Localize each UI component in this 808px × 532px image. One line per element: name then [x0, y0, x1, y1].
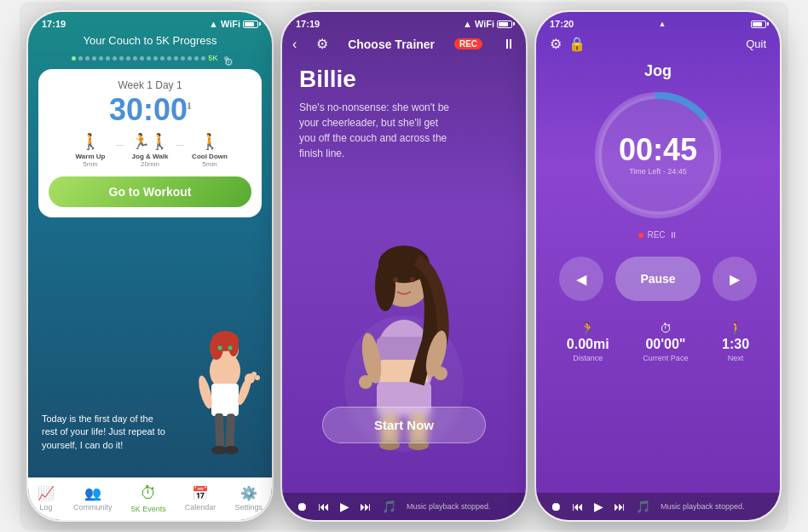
rec-label: REC [647, 230, 665, 240]
next-value: 1:30 [722, 337, 749, 352]
svg-point-24 [375, 260, 395, 311]
time-3: 17:20 [550, 19, 574, 29]
workout-activity: Jog 00:45 Time Left - 24:45 [536, 59, 780, 243]
prev-btn-2[interactable]: ⏮ [318, 500, 330, 513]
nav-settings-label: Settings [234, 503, 263, 512]
next-icon: 🚶 [729, 321, 743, 335]
lock-icon[interactable]: 🔒 [568, 36, 586, 52]
prev-workout-button[interactable]: ◀ [559, 257, 603, 301]
nav-5k-label: 5K Events [131, 505, 166, 513]
status-icons-1: ▲ WiFi [209, 19, 258, 29]
play-status: REC ⏸ [540, 230, 776, 240]
pause-button[interactable]: Pause [615, 257, 701, 301]
svg-point-25 [393, 277, 398, 282]
svg-rect-10 [215, 413, 224, 449]
status-bar-2: 17:19 ▲ WiFi [282, 12, 526, 32]
workout-controls: ◀ Pause ▶ [536, 243, 780, 315]
choose-trainer-title: Choose Trainer [348, 38, 435, 51]
timer-inner: 00:45 Time Left - 24:45 [619, 135, 697, 176]
record-badge: REC [454, 38, 482, 49]
gear-icon-2[interactable]: ⚙ [316, 36, 328, 52]
music-status-3: Music playback stopped. [661, 502, 766, 511]
next-workout-button[interactable]: ▶ [713, 257, 757, 301]
rec-dot [638, 233, 644, 238]
playlist-btn-3[interactable]: 🎵 [636, 500, 650, 513]
next-btn-2[interactable]: ⏭ [360, 500, 372, 513]
nav-log-label: Log [40, 503, 53, 512]
step-jog: 🏃🚶 Jog & Walk 20min [128, 132, 172, 168]
svg-point-26 [410, 277, 415, 282]
nav-log[interactable]: 📈 Log [38, 485, 55, 512]
pace-label: Current Pace [643, 354, 688, 362]
go-to-workout-button[interactable]: Go to Workout [49, 176, 251, 207]
stopwatch-icon: ⏱ [140, 483, 157, 503]
screen1-bg: 17:19 ▲ WiFi Your Couch to 5K Progress [28, 12, 272, 520]
workout-stats: 🏃 0.00mi Distance ⏱ 00'00" Current Pace … [536, 315, 780, 369]
nav-community-label: Community [73, 503, 113, 512]
timer-circle: 00:45 Time Left - 24:45 [590, 87, 726, 223]
play-btn-2[interactable]: ▶ [340, 500, 349, 513]
pace-value: 00'00" [645, 337, 685, 352]
status-bar-1: 17:19 ▲ WiFi [28, 12, 272, 32]
time-left-label: Time Left - 24:45 [619, 167, 697, 176]
svg-point-6 [228, 346, 233, 350]
svg-rect-7 [211, 384, 239, 416]
nav-calendar-label: Calendar [185, 503, 216, 512]
back-icon[interactable]: ‹ [292, 37, 297, 52]
bottom-nav: 📈 Log 👥 Community ⏱ 5K Events 📅 Calendar… [28, 477, 272, 520]
pace-icon: ⏱ [660, 321, 672, 335]
settings-icon: ⚙️ [240, 485, 257, 501]
step-warmup: 🚶 Warm Up 5min [68, 132, 113, 168]
svg-point-29 [359, 375, 372, 389]
step-cooldown: 🚶 Cool Down 5min [188, 132, 232, 168]
gear-icon-1[interactable]: ⚙ [224, 56, 228, 61]
next-btn-3[interactable]: ⏭ [614, 500, 626, 513]
nav-calendar[interactable]: 📅 Calendar [185, 485, 216, 512]
arrow-1: — [116, 140, 124, 149]
app-showcase: 17:19 ▲ WiFi Your Couch to 5K Progress [20, 2, 788, 530]
nav-community[interactable]: 👥 Community [73, 485, 113, 512]
prev-btn-3[interactable]: ⏮ [572, 500, 584, 513]
community-icon: 👥 [84, 485, 101, 501]
music-bar-3: ⏺ ⏮ ▶ ⏭ 🎵 Music playback stopped. [536, 493, 780, 520]
activity-name: Jog [540, 62, 776, 80]
top-bar-2: ‹ ⚙ Choose Trainer REC ⏸ [282, 32, 526, 59]
record-btn-3[interactable]: ⏺ [550, 500, 562, 513]
svg-point-13 [223, 446, 239, 454]
calendar-icon: 📅 [192, 485, 209, 501]
play-btn-3[interactable]: ▶ [594, 500, 603, 513]
playlist-btn-2[interactable]: 🎵 [382, 500, 396, 513]
nav-5k[interactable]: ⏱ 5K Events [131, 483, 166, 513]
gear-icon-3[interactable]: ⚙ [550, 36, 562, 52]
battery-icon-1 [243, 20, 258, 28]
trainer-description: She's no-nonsense: she won't be your che… [299, 100, 453, 161]
record-btn-2[interactable]: ⏺ [296, 500, 308, 513]
nav-settings[interactable]: ⚙️ Settings [234, 485, 263, 512]
distance-value: 0.00mi [567, 337, 609, 352]
battery-icon-2 [497, 20, 512, 28]
phone-screen2: 17:19 ▲ WiFi ‹ ⚙ Choose Trainer REC ⏸ [280, 10, 528, 522]
svg-rect-11 [226, 413, 235, 449]
svg-point-5 [218, 346, 222, 350]
big-timer: 00:45 [619, 135, 697, 165]
pause-icon[interactable]: ⏸ [502, 37, 516, 52]
week-label: Week 1 Day 1 [49, 79, 251, 91]
workout-steps: 🚶 Warm Up 5min — 🏃🚶 Jog & Walk 20min — 🚶… [49, 132, 251, 168]
stat-next: 🚶 1:30 Next [722, 321, 749, 362]
time-2: 17:19 [296, 19, 320, 29]
distance-icon: 🏃 [580, 321, 595, 335]
svg-point-30 [434, 367, 447, 380]
status-icons-2: ▲ WiFi [463, 19, 512, 29]
screen2-bg: 17:19 ▲ WiFi ‹ ⚙ Choose Trainer REC ⏸ [282, 12, 526, 520]
top-icons-3: ⚙ 🔒 Quit [536, 32, 780, 59]
screen3-bg: 17:20 ▲ ⚙ 🔒 Quit Jog [536, 12, 780, 520]
stat-distance: 🏃 0.00mi Distance [567, 321, 609, 362]
quit-button[interactable]: Quit [746, 38, 766, 50]
music-status-2: Music playback stopped. [407, 502, 512, 511]
location-icon: ▲ [659, 20, 667, 28]
motivation-text: Today is the first day of the rest of yo… [42, 413, 170, 452]
phone-screen3: 17:20 ▲ ⚙ 🔒 Quit Jog [534, 10, 782, 522]
music-bar-2: ⏺ ⏮ ▶ ⏭ 🎵 Music playback stopped. [282, 493, 526, 520]
start-now-button[interactable]: Start Now [322, 407, 486, 443]
status-bar-3: 17:20 ▲ [536, 12, 780, 32]
